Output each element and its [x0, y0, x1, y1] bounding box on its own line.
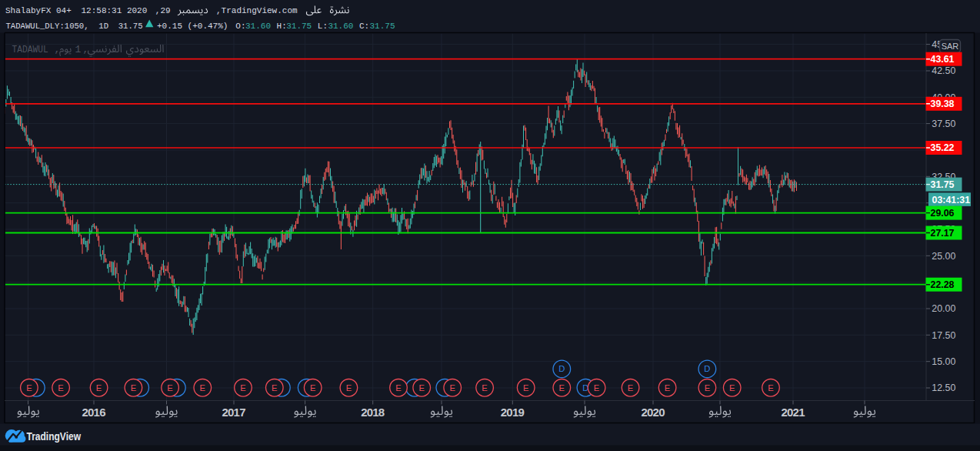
svg-text:E: E — [559, 383, 565, 393]
svg-text:TADAWUL: TADAWUL — [12, 45, 48, 55]
svg-text:2020: 2020 — [642, 406, 665, 419]
svg-text:E: E — [167, 383, 172, 393]
svg-text:25.00: 25.00 — [932, 251, 955, 262]
svg-text:TADAWUL_DLY:1050, 1D 31.75: TADAWUL_DLY:1050, 1D 31.75 — [6, 22, 143, 31]
svg-text:E: E — [705, 383, 710, 393]
svg-text:2021: 2021 — [782, 406, 805, 419]
svg-text:E: E — [418, 383, 424, 393]
svg-text:E: E — [449, 383, 455, 393]
svg-text:43.61: 43.61 — [931, 54, 955, 65]
svg-text:,: , — [55, 44, 61, 55]
svg-text:03:41:31: 03:41:31 — [932, 195, 971, 205]
svg-text:2018: 2018 — [361, 406, 385, 419]
svg-text:E: E — [395, 383, 401, 393]
svg-text:12:58:31 2020: 12:58:31 2020 — [82, 6, 148, 15]
svg-text:31.75: 31.75 — [286, 22, 312, 31]
svg-text:39.38: 39.38 — [931, 99, 955, 109]
svg-text:E: E — [523, 383, 528, 393]
svg-text:2017: 2017 — [222, 406, 246, 419]
svg-text:E: E — [310, 383, 315, 393]
svg-text:E: E — [26, 383, 32, 393]
svg-text:12.50: 12.50 — [932, 383, 955, 393]
svg-text:31.60: 31.60 — [328, 22, 353, 31]
svg-text:35.22: 35.22 — [931, 142, 955, 153]
svg-text:E: E — [131, 383, 136, 393]
svg-text:E: E — [96, 383, 102, 393]
svg-text:D: D — [558, 364, 565, 373]
svg-text:20.00: 20.00 — [932, 303, 955, 314]
svg-text:E: E — [58, 383, 63, 393]
svg-text:O:: O: — [235, 22, 245, 31]
svg-text:E: E — [594, 383, 599, 393]
svg-text:L:: L: — [318, 22, 328, 31]
svg-text:E: E — [768, 383, 773, 393]
svg-text:E: E — [346, 383, 352, 393]
svg-text:TradingView: TradingView — [27, 430, 82, 443]
svg-text:E: E — [729, 383, 735, 393]
svg-text:,: , — [83, 44, 89, 55]
svg-text:17.50: 17.50 — [932, 330, 955, 341]
svg-text:SAR: SAR — [942, 42, 959, 51]
svg-text:E: E — [482, 383, 487, 393]
svg-text:H:: H: — [277, 22, 287, 31]
svg-text:27.17: 27.17 — [931, 228, 955, 239]
svg-text:2019: 2019 — [501, 406, 525, 419]
svg-text:37.50: 37.50 — [932, 119, 955, 129]
svg-text:42.50: 42.50 — [932, 65, 955, 76]
svg-text:1: 1 — [75, 44, 82, 55]
svg-text:,TradingView.com: ,TradingView.com — [216, 6, 298, 15]
svg-text:E: E — [628, 383, 633, 393]
svg-text:E: E — [240, 383, 245, 393]
svg-text:22.28: 22.28 — [931, 279, 955, 290]
svg-text:C:: C: — [359, 22, 369, 31]
svg-text:E: E — [665, 383, 670, 393]
svg-text:E: E — [200, 383, 205, 393]
svg-text:,29: ,29 — [155, 6, 171, 15]
svg-text:31.75: 31.75 — [931, 179, 955, 190]
svg-text:29.06: 29.06 — [931, 208, 955, 219]
svg-text:D: D — [704, 364, 710, 373]
svg-text:31.60: 31.60 — [245, 22, 271, 31]
svg-text:15.00: 15.00 — [932, 356, 955, 367]
svg-text:ShalabyFX 04+: ShalabyFX 04+ — [5, 6, 72, 15]
svg-text:E: E — [272, 383, 277, 393]
svg-text:+0.15 (+0.47%): +0.15 (+0.47%) — [157, 22, 228, 31]
svg-text:2016: 2016 — [82, 406, 106, 419]
svg-text:31.75: 31.75 — [370, 22, 395, 31]
